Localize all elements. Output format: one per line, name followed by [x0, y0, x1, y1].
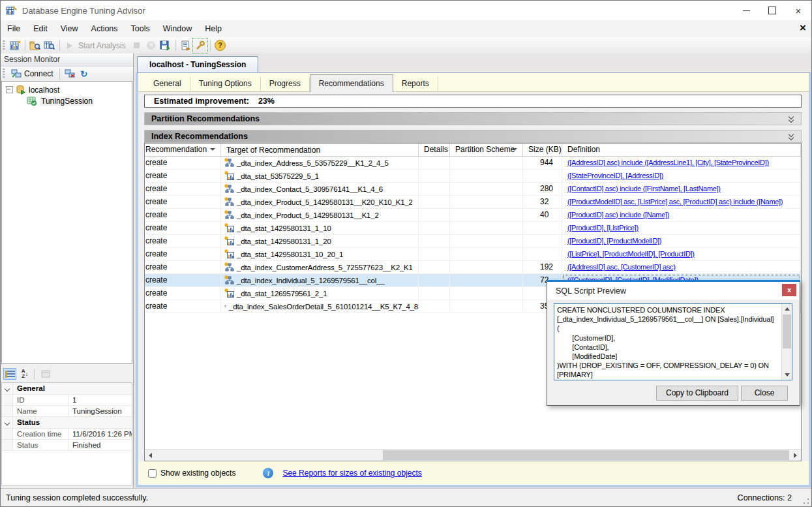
definition-link[interactable]: ([ProductID] asc) include ([Name]): [567, 211, 669, 219]
copy-to-clipboard-button[interactable]: Copy to Clipboard: [656, 386, 738, 401]
definition-link[interactable]: ([ContactID] asc) include ([FirstName], …: [567, 185, 721, 192]
dialog-close-icon[interactable]: x: [782, 284, 796, 296]
table-row[interactable]: create _dta_index_CustomerAddress_5_7255…: [145, 261, 801, 274]
property-category-general[interactable]: General: [2, 383, 132, 395]
target-name: _dta_stat_1269579561_2_1: [237, 288, 327, 300]
column-header-size-kb[interactable]: Size (KB): [523, 144, 562, 156]
menu-file[interactable]: File: [1, 21, 27, 37]
tab-tuning-options[interactable]: Tuning Options: [190, 77, 261, 91]
resize-grip[interactable]: [803, 498, 809, 504]
vertical-scrollbar[interactable]: [781, 304, 792, 380]
property-value: Finished: [68, 440, 132, 450]
start-analysis-button: Start Analysis: [78, 41, 126, 50]
see-reports-link[interactable]: See Reports for sizes of existing object…: [282, 469, 421, 478]
menu-view[interactable]: View: [54, 21, 85, 37]
minimize-icon[interactable]: [733, 1, 759, 20]
scroll-down-icon[interactable]: [782, 370, 792, 380]
close-button[interactable]: Close: [741, 386, 788, 401]
definition-link[interactable]: ([ListPrice], [ProductModelID], [Product…: [567, 250, 695, 258]
sql-script-textbox[interactable]: CREATE NONCLUSTERED COLUMNSTORE INDEX [_…: [554, 303, 792, 380]
document-close-icon[interactable]: ×: [800, 22, 806, 35]
partition-recommendations-header[interactable]: Partition Recommendations: [144, 112, 802, 125]
disconnect-icon[interactable]: [63, 67, 76, 80]
session-icon: [27, 96, 37, 106]
show-existing-objects-checkbox[interactable]: [148, 469, 157, 478]
target-name: _dta_stat_1429580131_1_10: [237, 223, 331, 234]
column-header-partition-scheme[interactable]: Partition Scheme: [450, 144, 523, 156]
import-session-icon[interactable]: [179, 39, 192, 52]
sort-alphabetical-icon[interactable]: AZ↓: [18, 368, 31, 380]
new-session-icon[interactable]: [8, 39, 22, 52]
chevron-expand-icon[interactable]: [788, 115, 794, 124]
tuning-options-icon[interactable]: [194, 39, 207, 52]
definition-link[interactable]: ([StateProvinceID], [AddressID]): [567, 172, 663, 179]
refresh-icon[interactable]: ↻: [78, 67, 91, 80]
session-monitor-title: Session Monitor: [1, 54, 133, 67]
scroll-right-icon[interactable]: [790, 450, 801, 461]
definition-link[interactable]: ([ProductModelID] asc, [ListPrice] asc, …: [567, 198, 783, 206]
collapse-icon[interactable]: [6, 86, 13, 93]
definition-link[interactable]: ([AddressID] asc) include ([AddressLine1…: [567, 159, 769, 166]
menu-window[interactable]: Window: [157, 21, 198, 37]
session-monitor-panel: Session Monitor Connect ↻ localhost: [1, 54, 134, 489]
chevron-down-icon[interactable]: [5, 420, 10, 425]
table-footer: Show existing objects i See Reports for …: [138, 461, 809, 485]
chevron-expand-icon[interactable]: [788, 132, 794, 142]
target-name: _dta_index_Product_5_1429580131__K1_2: [237, 209, 379, 221]
definition-link[interactable]: ([ProductID], [ListPrice]): [567, 224, 639, 232]
sort-arrow-icon[interactable]: [210, 148, 215, 151]
table-row[interactable]: create _dta_index_Contact_5_309576141__K…: [145, 183, 801, 196]
property-row-status[interactable]: StatusFinished: [2, 440, 132, 451]
table-row[interactable]: create _dta_stat_1429580131_1_20([Produc…: [145, 235, 801, 248]
table-row[interactable]: create _dta_stat_1429580131_1_10([Produc…: [145, 222, 801, 235]
index-recommendations-header[interactable]: Index Recommendations: [144, 130, 802, 143]
open-workload-icon[interactable]: [43, 39, 56, 52]
menu-actions[interactable]: Actions: [85, 21, 125, 37]
property-category-status[interactable]: Status: [2, 417, 132, 429]
definition-link[interactable]: ([ProductID], [ProductModelID]): [567, 237, 661, 245]
categorized-icon[interactable]: [3, 368, 16, 380]
menu-edit[interactable]: Edit: [27, 21, 54, 37]
horizontal-scrollbar[interactable]: [145, 449, 801, 461]
connect-button[interactable]: Connect: [8, 69, 57, 79]
close-icon[interactable]: ×: [785, 1, 811, 20]
property-value: TuningSession: [68, 406, 132, 416]
scrollbar-thumb[interactable]: [783, 315, 791, 348]
column-header-recommendation[interactable]: Recommendation: [145, 144, 221, 156]
column-header-definition[interactable]: Definition: [562, 144, 801, 156]
help-icon[interactable]: ?: [214, 39, 227, 52]
tree-node-localhost[interactable]: localhost: [2, 84, 132, 95]
sort-arrow-icon[interactable]: [512, 148, 517, 151]
tab-progress[interactable]: Progress: [261, 77, 310, 91]
tab-general[interactable]: General: [145, 77, 190, 91]
column-header-target-of-recommendation[interactable]: Target of Recommendation: [221, 144, 419, 156]
title-bar: Database Engine Tuning Advisor ×: [1, 1, 811, 20]
table-row[interactable]: create _dta_index_Address_5_53575229__K1…: [145, 157, 801, 170]
info-icon: i: [263, 468, 273, 478]
table-row[interactable]: create _dta_stat_53575229_5_1([StateProv…: [145, 170, 801, 183]
tree-node-tuningsession[interactable]: TuningSession: [2, 95, 132, 106]
tab-recommendations[interactable]: Recommendations: [310, 74, 393, 92]
chevron-down-icon[interactable]: [5, 386, 10, 391]
sql-script-text: CREATE NONCLUSTERED COLUMNSTORE INDEX [_…: [554, 304, 792, 381]
table-row[interactable]: create _dta_stat_1429580131_10_20_1([Lis…: [145, 248, 801, 261]
definition-link[interactable]: ([AddressID] asc, [CustomerID] asc): [567, 263, 676, 271]
property-row-id[interactable]: ID1: [2, 395, 132, 406]
tab-reports[interactable]: Reports: [393, 77, 438, 91]
menu-help[interactable]: Help: [198, 21, 228, 37]
column-header-details[interactable]: Details: [419, 144, 450, 156]
scrollbar-thumb[interactable]: [383, 450, 789, 460]
scroll-up-icon[interactable]: [782, 304, 792, 314]
menu-tools[interactable]: Tools: [125, 21, 157, 37]
maximize-icon[interactable]: [759, 1, 785, 20]
table-row[interactable]: create _dta_index_Product_5_1429580131__…: [145, 209, 801, 222]
property-row-name[interactable]: NameTuningSession: [2, 406, 132, 417]
table-row[interactable]: create _dta_index_Product_5_1429580131__…: [145, 196, 801, 209]
property-row-creation-time[interactable]: Creation time11/6/2016 1:26 PM: [2, 429, 132, 440]
apply-recommendations-icon[interactable]: [159, 39, 172, 52]
document-tab[interactable]: localhost - TuningSession: [137, 56, 258, 73]
property-value: 11/6/2016 1:26 PM: [68, 429, 132, 439]
scroll-left-icon[interactable]: [145, 450, 156, 461]
main-toolbar: Start Analysis ✕ ?: [1, 37, 811, 54]
open-session-icon[interactable]: [29, 39, 42, 52]
